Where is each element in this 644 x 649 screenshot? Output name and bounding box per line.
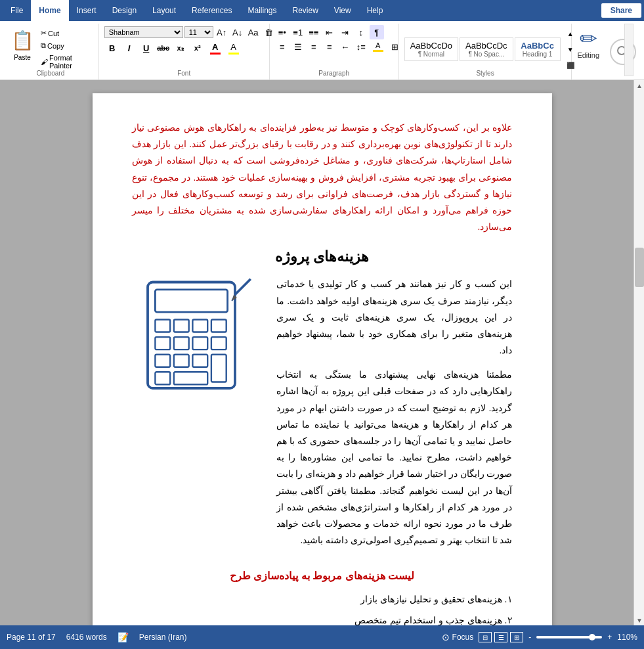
align-left-button[interactable]: ≡ xyxy=(275,39,290,54)
section-text1: این کسب و کار نیز همانند هر کسب و کار تو… xyxy=(276,276,513,359)
paragraph-label: Paragraph xyxy=(318,70,349,77)
styles-list: AaBbCcDo ¶ Normal AaBbCcDc ¶ No Spac... … xyxy=(404,25,579,74)
zoom-thumb[interactable] xyxy=(589,634,595,640)
font-label: Font xyxy=(177,70,190,77)
shading-button[interactable]: A xyxy=(370,41,387,52)
clipboard-sub: ✂ Cut ⧉ Copy 🖌 Format Painter xyxy=(38,25,93,71)
list-item: ۲. هزینه‌های جذب و استخدام تیم متخصص xyxy=(132,611,513,625)
search-group xyxy=(605,24,641,79)
print-layout-view[interactable]: ⊟ xyxy=(479,632,492,642)
intro-paragraph: علاوه بر این، کسب‌وکارهای کوچک و متوسط ن… xyxy=(132,120,513,235)
paragraph-group: ≡• ≡1 ≡≡ ⇤ ⇥ ↕ ¶ ≡ ☰ ≡ ≡ ← ↕≡ A ⊞ xyxy=(270,24,399,79)
zoom-minus[interactable]: - xyxy=(528,633,531,642)
language[interactable]: Persian (Iran) xyxy=(139,633,187,642)
rtl-button[interactable]: ← xyxy=(338,39,353,54)
style-nospace[interactable]: AaBbCcDc ¶ No Spac... xyxy=(460,37,513,61)
scroll-down-arrow[interactable]: ▼ xyxy=(634,615,644,625)
tab-view[interactable]: View xyxy=(326,0,359,21)
vertical-scrollbar[interactable]: ▲ ▼ xyxy=(633,80,644,625)
svg-rect-12 xyxy=(155,355,170,367)
sort-button[interactable]: ↕ xyxy=(354,25,368,39)
svg-rect-13 xyxy=(173,355,188,367)
style-normal[interactable]: AaBbCcDo ¶ Normal xyxy=(404,37,458,61)
tab-help[interactable]: Help xyxy=(359,0,391,21)
font-size-select[interactable]: 11 xyxy=(184,26,213,38)
tab-home[interactable]: Home xyxy=(31,0,68,21)
font-color-button[interactable]: A xyxy=(207,42,224,55)
subscript-button[interactable]: x₂ xyxy=(173,41,188,55)
style-heading1[interactable]: AaBbCc Heading 1 xyxy=(515,37,561,61)
tab-insert[interactable]: Insert xyxy=(69,0,104,21)
underline-button[interactable]: U xyxy=(139,41,154,55)
line-spacing-button[interactable]: ↕≡ xyxy=(354,39,368,54)
svg-rect-9 xyxy=(173,337,188,349)
svg-rect-14 xyxy=(192,355,207,367)
format-painter-button[interactable]: 🖌 Format Painter xyxy=(38,53,93,71)
style-nospace-label: ¶ No Spac... xyxy=(465,51,507,58)
focus-label[interactable]: ⊙ Focus xyxy=(442,632,474,642)
show-marks-button[interactable]: ¶ xyxy=(370,25,384,39)
justify-button[interactable]: ≡ xyxy=(322,39,337,54)
tab-review[interactable]: Review xyxy=(284,0,326,21)
cut-button[interactable]: ✂ Cut xyxy=(38,28,93,39)
scrollbar-thumb[interactable] xyxy=(635,248,644,287)
styles-scrollbar[interactable] xyxy=(624,24,633,76)
clipboard-label: Clipboard xyxy=(36,70,64,77)
para-row2: ≡ ☰ ≡ ≡ ← ↕≡ A ⊞ xyxy=(275,39,402,54)
bold-button[interactable]: B xyxy=(104,41,120,55)
style-normal-label: ¶ Normal xyxy=(410,51,452,58)
multilevel-button[interactable]: ≡≡ xyxy=(307,25,321,39)
text-column: این کسب و کار نیز همانند هر کسب و کار تو… xyxy=(276,276,513,556)
tab-layout[interactable]: Layout xyxy=(144,0,184,21)
tab-design[interactable]: Design xyxy=(104,0,144,21)
italic-button[interactable]: I xyxy=(121,41,137,55)
tab-file[interactable]: File xyxy=(3,0,31,21)
font-row2: B I U abc x₂ x² A A xyxy=(104,41,242,55)
numbered-list: ۱. هزینه‌های تحقیق و تحلیل نیازهای بازار… xyxy=(132,590,513,625)
proofing-icon[interactable]: 📝 xyxy=(118,632,129,642)
content-area: این کسب و کار نیز همانند هر کسب و کار تو… xyxy=(132,276,513,556)
list-item: ۱. هزینه‌های تحقیق و تحلیل نیازهای بازار xyxy=(132,590,513,608)
highlight-color-button[interactable]: A xyxy=(225,42,242,55)
increase-indent-button[interactable]: ⇥ xyxy=(338,25,353,39)
svg-rect-16 xyxy=(155,372,170,385)
align-right-button[interactable]: ≡ xyxy=(307,39,321,54)
zoom-plus[interactable]: + xyxy=(607,633,612,642)
change-case-button[interactable]: Aa xyxy=(246,25,261,39)
document-area: علاوه بر این، کسب‌وکارهای کوچک و متوسط ن… xyxy=(0,80,644,625)
styles-scroll-up[interactable]: ▲ xyxy=(563,26,578,41)
bullets-button[interactable]: ≡• xyxy=(275,25,290,39)
font-group: Shabnam 11 A↑ A↓ Aa 🗑 B I U abc x₂ x² A xyxy=(99,24,270,79)
strikethrough-button[interactable]: abc xyxy=(156,41,171,55)
share-button[interactable]: Share xyxy=(601,3,641,18)
focus-icon: ⊙ xyxy=(442,632,450,642)
font-color-bar xyxy=(210,53,221,55)
superscript-button[interactable]: x² xyxy=(190,41,205,55)
read-mode-view[interactable]: ☰ xyxy=(494,632,507,642)
increase-font-button[interactable]: A↑ xyxy=(215,25,229,39)
tab-references[interactable]: References xyxy=(184,0,240,21)
numbering-button[interactable]: ≡1 xyxy=(291,25,305,39)
zoom-slider[interactable] xyxy=(536,636,602,638)
scrollbar-track[interactable] xyxy=(634,91,644,615)
tab-mailings[interactable]: Mailings xyxy=(240,0,284,21)
decrease-font-button[interactable]: A↓ xyxy=(230,25,245,39)
align-center-button[interactable]: ☰ xyxy=(291,39,305,54)
svg-rect-7 xyxy=(211,320,226,332)
style-heading1-label: Heading 1 xyxy=(521,51,555,58)
scroll-up-arrow[interactable]: ▲ xyxy=(634,80,644,91)
styles-expand[interactable]: ⬛ xyxy=(563,58,578,72)
paste-button[interactable]: 📋 Paste xyxy=(8,25,37,62)
svg-rect-17 xyxy=(173,372,207,385)
styles-group: AaBbCcDo ¶ Normal AaBbCcDc ¶ No Spac... … xyxy=(399,24,572,79)
web-layout-view[interactable]: ⊞ xyxy=(510,632,523,642)
shading-bar xyxy=(373,50,383,52)
paste-label: Paste xyxy=(14,54,31,61)
ribbon-body: 📋 Paste ✂ Cut ⧉ Copy 🖌 Format Painter Cl… xyxy=(0,21,644,80)
copy-button[interactable]: ⧉ Copy xyxy=(38,40,93,51)
decrease-indent-button[interactable]: ⇤ xyxy=(322,25,337,39)
style-nospace-preview: AaBbCcDc xyxy=(465,41,507,51)
status-right: ⊙ Focus ⊟ ☰ ⊞ - + 110% xyxy=(442,632,637,642)
styles-scroll-down[interactable]: ▼ xyxy=(563,42,578,56)
font-name-select[interactable]: Shabnam xyxy=(104,26,183,38)
